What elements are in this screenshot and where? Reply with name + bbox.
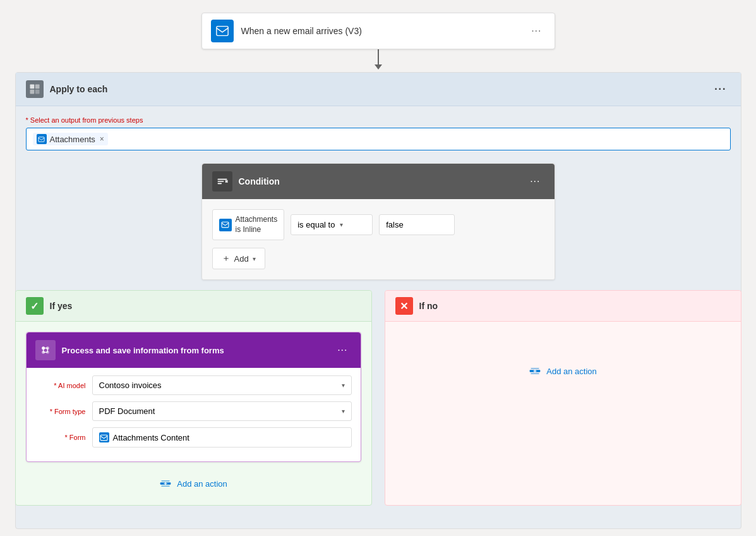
apply-each-body: * Select an output from previous steps A… [16,106,741,528]
process-block: Process and save information from forms … [26,332,361,462]
arrow-connector-1 [375,49,382,72]
condition-header: Condition ··· [202,164,555,199]
apply-each-ellipsis-btn[interactable]: ··· [711,81,730,97]
form-type-select[interactable]: PDF Document ▾ [92,401,352,421]
trigger-title: When a new email arrives (V3) [241,26,520,36]
no-badge: ✕ [395,297,413,315]
branch-yes: ✓ If yes [15,290,372,506]
svg-rect-0 [216,27,227,36]
svg-rect-2 [35,85,39,89]
process-header: Process and save information from forms … [27,332,361,368]
branch-yes-label: If yes [50,301,73,311]
apply-each-title: Apply to each [50,84,705,94]
ai-model-row: * AI model Contoso invoices ▾ [35,375,352,395]
svg-rect-17 [100,435,107,441]
inner-content: Condition ··· [26,150,731,518]
ai-icon-svg [39,344,52,356]
form-email-icon [100,434,108,442]
plus-icon: ＋ [222,253,231,264]
form-type-label: * Form type [35,408,86,415]
no-add-action-label: Add an action [546,367,597,376]
form-type-chevron: ▾ [342,408,345,415]
add-chevron: ▾ [253,255,256,262]
arrow-head [375,64,382,70]
email-icon [215,24,229,38]
svg-rect-20 [162,486,170,487]
select-output-label: * Select an output from previous steps [26,116,731,124]
condition-icon-svg [216,175,229,188]
condition-value[interactable]: false [379,214,455,235]
ai-model-chevron: ▾ [342,382,345,389]
form-label-text: * Form [35,434,86,441]
svg-rect-24 [531,368,539,369]
branch-no-body: Add an action [385,322,741,393]
attachments-tag: Attachments × [33,133,108,145]
form-chip-icon [99,432,109,442]
svg-rect-3 [30,90,34,94]
condition-block: Condition ··· [201,163,555,280]
svg-rect-4 [35,90,39,94]
apply-each-icon [26,80,44,98]
select-output-field[interactable]: Attachments × [26,128,731,150]
chip-text: Attachments is Inline [236,215,278,234]
operator-select[interactable]: is equal to ▾ [291,214,373,235]
ai-model-label: * AI model [35,382,86,389]
no-add-action-icon [529,365,541,377]
form-type-row: * Form type PDF Document ▾ [35,401,352,421]
yes-add-action-icon [159,477,172,490]
branch-no-header: ✕ If no [385,291,741,322]
tag-close-btn[interactable]: × [100,135,104,143]
tag-email-icon [37,134,47,144]
process-body: * AI model Contoso invoices ▾ * Form typ… [27,368,361,461]
apply-each-header: Apply to each ··· [16,73,741,106]
arrow-line [378,49,379,64]
condition-row: Attachments is Inline is equal to ▾ fals… [212,209,544,240]
process-ellipsis-btn[interactable]: ··· [333,342,351,358]
branch-gap [26,280,731,290]
yes-badge: ✓ [26,297,44,315]
trigger-block: When a new email arrives (V3) ··· [201,13,555,49]
add-action-icon-svg [159,477,172,490]
yes-add-action-label: Add an action [177,479,227,489]
tag-icon-svg [38,136,45,143]
no-add-action-link[interactable]: Add an action [520,360,606,382]
condition-add-btn[interactable]: ＋ Add ▾ [212,248,265,269]
process-icon [35,340,56,360]
branch-no-label: If no [419,301,438,311]
form-input[interactable]: Attachments Content [92,427,352,448]
trigger-ellipsis-btn[interactable]: ··· [527,23,545,39]
branches-container: ✓ If yes [15,290,741,506]
no-add-action-icon-svg [529,365,541,377]
apply-to-each-block: Apply to each ··· * Select an output fro… [15,72,741,529]
yes-add-action-link[interactable]: Add an action [150,472,236,495]
ai-model-select[interactable]: Contoso invoices ▾ [92,375,352,395]
process-title: Process and save information from forms [62,346,328,355]
condition-body: Attachments is Inline is equal to ▾ fals… [202,199,555,279]
svg-rect-25 [531,374,539,375]
operator-chevron: ▾ [340,221,343,228]
svg-rect-1 [30,85,34,89]
attachment-chip[interactable]: Attachments is Inline [212,209,285,240]
branch-yes-header: ✓ If yes [16,291,371,322]
condition-title: Condition [239,176,520,186]
chip-email-icon [219,219,232,231]
svg-rect-5 [39,137,44,141]
loop-icon [29,83,40,95]
trigger-icon [211,20,234,42]
svg-rect-8 [222,222,229,228]
chip-icon-svg [221,221,229,229]
svg-rect-19 [162,480,170,482]
branch-yes-body: Process and save information from forms … [16,322,371,505]
condition-ellipsis-btn[interactable]: ··· [526,173,544,190]
condition-icon [212,171,232,192]
tag-label: Attachments [50,135,95,144]
form-row: * Form [35,427,352,448]
branch-no: ✕ If no [385,290,741,506]
